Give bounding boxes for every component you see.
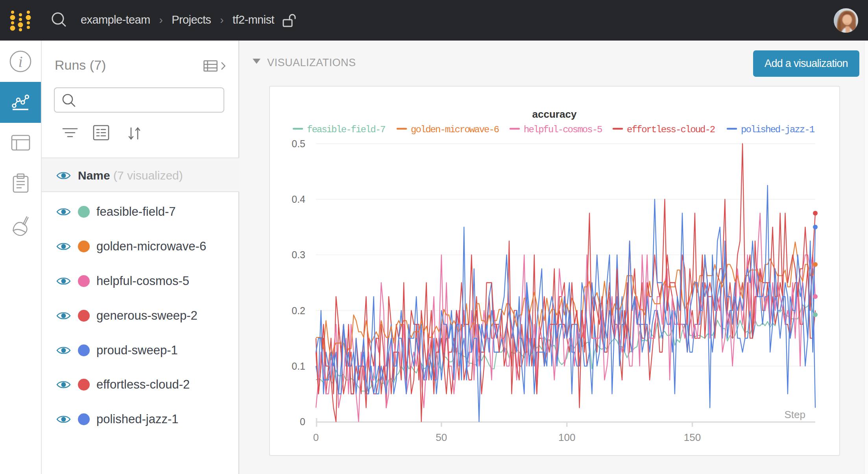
svg-text:i: i [18,53,22,70]
